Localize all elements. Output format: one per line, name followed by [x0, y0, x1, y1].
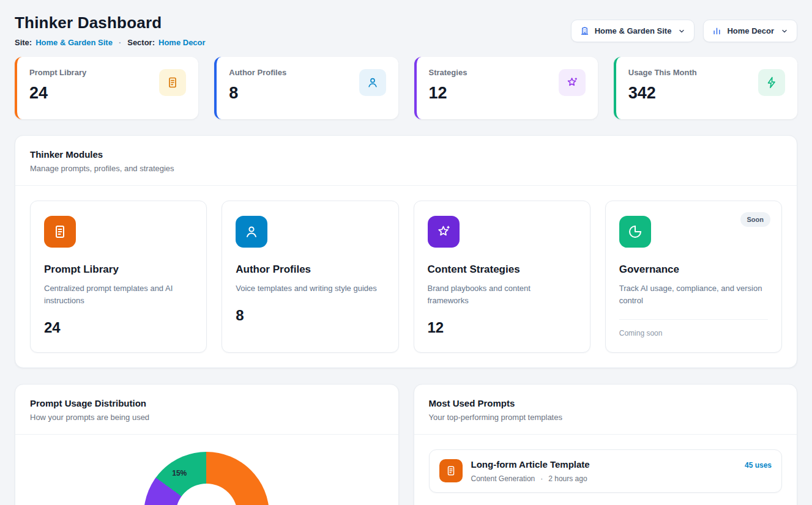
person-icon	[236, 216, 267, 248]
module-count: 24	[44, 319, 193, 336]
stat-value: 12	[429, 84, 467, 103]
module-description: Track AI usage, compliance, and version …	[619, 282, 763, 307]
module-card-governance[interactable]: Soon Governance Track AI usage, complian…	[605, 201, 782, 353]
module-title: Content Strategies	[428, 264, 576, 276]
lightning-icon	[758, 69, 785, 96]
prompts-panel-title: Most Used Prompts	[429, 398, 783, 408]
chevron-down-icon	[781, 28, 788, 35]
usage-donut-chart: 15%	[144, 452, 269, 505]
meta-separator: ·	[540, 474, 543, 483]
site-selector-label: Home & Garden Site	[595, 26, 672, 35]
module-count: 8	[236, 307, 384, 324]
usage-panel-subtitle: How your prompts are being used	[30, 413, 384, 422]
coming-soon-label: Coming soon	[619, 329, 768, 337]
building-icon	[580, 26, 589, 35]
document-icon	[44, 216, 76, 248]
usage-distribution-panel: Prompt Usage Distribution How your promp…	[15, 384, 399, 505]
donut-segment-label: 15%	[172, 469, 187, 477]
usage-panel-title: Prompt Usage Distribution	[30, 398, 384, 408]
stat-card-author-profiles: Author Profiles 8	[214, 57, 398, 119]
donut-chart-area: 15%	[15, 435, 398, 505]
site-label: Site:	[15, 38, 32, 47]
sector-selector-label: Home Decor	[727, 26, 774, 35]
module-title: Author Profiles	[236, 264, 384, 276]
pie-chart-icon	[619, 216, 651, 248]
most-used-prompts-panel: Most Used Prompts Your top-performing pr…	[414, 384, 798, 505]
stat-label: Usage This Month	[628, 68, 697, 77]
prompt-uses-badge: 45 uses	[745, 461, 772, 470]
site-selector-dropdown[interactable]: Home & Garden Site	[571, 20, 695, 42]
stat-value: 342	[628, 84, 697, 103]
prompt-list-item[interactable]: Long-form Article Template Content Gener…	[429, 449, 783, 493]
divider	[619, 319, 768, 320]
bottom-row: Prompt Usage Distribution How your promp…	[15, 384, 797, 505]
person-icon	[359, 69, 386, 96]
stat-text: Author Profiles 8	[229, 68, 286, 103]
bar-chart-icon	[712, 26, 721, 35]
prompt-category: Content Generation	[471, 474, 535, 483]
page-title: Thinker Dashboard	[15, 13, 206, 32]
stat-label: Author Profiles	[229, 68, 286, 77]
usage-panel-header: Prompt Usage Distribution How your promp…	[15, 385, 398, 434]
prompts-panel-subtitle: Your top-performing prompt templates	[429, 413, 783, 422]
site-link[interactable]: Home & Garden Site	[35, 38, 113, 47]
module-description: Centralized prompt templates and AI inst…	[44, 282, 188, 307]
module-card-content-strategies[interactable]: Content Strategies Brand playbooks and c…	[414, 201, 590, 353]
modules-grid: Prompt Library Centralized prompt templa…	[15, 186, 797, 367]
breadcrumb-separator: ·	[119, 38, 121, 47]
chevron-down-icon	[678, 28, 685, 35]
prompts-panel-header: Most Used Prompts Your top-performing pr…	[414, 385, 797, 434]
module-description: Brand playbooks and content frameworks	[428, 282, 572, 307]
thinker-modules-panel: Thinker Modules Manage prompts, profiles…	[15, 135, 797, 368]
stat-value: 8	[229, 84, 286, 103]
topbar: Thinker Dashboard Site: Home & Garden Si…	[15, 0, 797, 47]
stat-text: Usage This Month 342	[628, 68, 697, 103]
stat-value: 24	[29, 84, 86, 103]
soon-badge: Soon	[740, 212, 771, 227]
module-description: Voice templates and writing style guides	[236, 282, 379, 295]
prompt-title: Long-form Article Template	[471, 459, 736, 470]
document-icon	[439, 459, 463, 482]
topbar-actions: Home & Garden Site Home Decor	[571, 20, 797, 42]
breadcrumb: Site: Home & Garden Site · Sector: Home …	[15, 38, 206, 47]
stat-label: Prompt Library	[29, 68, 86, 77]
module-count: 12	[428, 319, 576, 336]
module-card-prompt-library[interactable]: Prompt Library Centralized prompt templa…	[30, 201, 207, 353]
modules-subtitle: Manage prompts, profiles, and strategies	[30, 164, 782, 173]
sector-selector-dropdown[interactable]: Home Decor	[703, 20, 797, 42]
stats-row: Prompt Library 24 Author Profiles 8 Stra…	[15, 57, 797, 119]
sector-link[interactable]: Home Decor	[158, 38, 206, 47]
module-card-author-profiles[interactable]: Author Profiles Voice templates and writ…	[222, 201, 398, 353]
modules-title: Thinker Modules	[30, 149, 782, 160]
prompt-info: Long-form Article Template Content Gener…	[471, 459, 736, 483]
prompt-meta: Content Generation · 2 hours ago	[471, 474, 736, 483]
star-icon	[428, 216, 460, 248]
star-icon	[559, 69, 586, 96]
divider	[414, 434, 797, 435]
thinker-dashboard-page: Thinker Dashboard Site: Home & Garden Si…	[0, 0, 812, 505]
document-icon	[159, 69, 186, 96]
stat-text: Strategies 12	[429, 68, 467, 103]
modules-panel-header: Thinker Modules Manage prompts, profiles…	[15, 136, 797, 185]
stat-text: Prompt Library 24	[29, 68, 86, 103]
stat-card-usage: Usage This Month 342	[614, 57, 797, 119]
module-title: Prompt Library	[44, 264, 193, 276]
stat-card-strategies: Strategies 12	[414, 57, 598, 119]
sector-label: Sector:	[127, 38, 155, 47]
stat-label: Strategies	[429, 68, 467, 77]
prompt-time: 2 hours ago	[548, 474, 587, 483]
stat-card-prompt-library: Prompt Library 24	[15, 57, 198, 119]
module-title: Governance	[619, 264, 768, 276]
title-block: Thinker Dashboard Site: Home & Garden Si…	[15, 13, 206, 47]
